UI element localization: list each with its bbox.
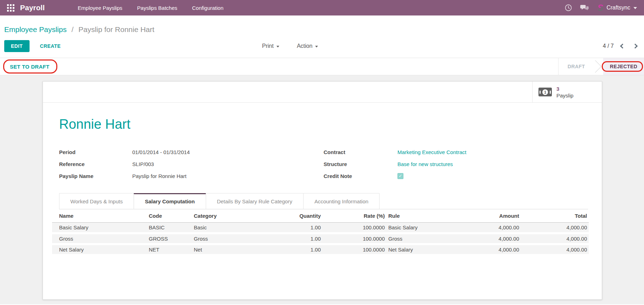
table-cell-name: Net Salary bbox=[52, 244, 147, 255]
table-cell-category: Gross bbox=[192, 233, 237, 244]
table-cell-quantity: 1.00 bbox=[237, 233, 323, 244]
table-cell-quantity: 1.00 bbox=[237, 244, 323, 255]
column-header-rule[interactable]: Rule bbox=[387, 209, 457, 222]
notebook-tabs: Worked Days & InputsSalary ComputationDe… bbox=[59, 193, 588, 209]
table-cell-total: 4,000.00 bbox=[521, 222, 589, 233]
table-cell-rule: Basic Salary bbox=[387, 222, 457, 233]
control-panel: EDIT CREATE Print Action 4 / 7 bbox=[4, 40, 637, 52]
print-label: Print bbox=[262, 43, 274, 49]
table-cell-category: Basic bbox=[192, 222, 237, 233]
clock-icon[interactable] bbox=[562, 1, 575, 14]
column-header-category[interactable]: Category bbox=[192, 209, 237, 222]
field-value-structure[interactable]: Base for new structures bbox=[397, 161, 453, 167]
column-header-amount[interactable]: Amount bbox=[457, 209, 521, 222]
table-cell-rule: Net Salary bbox=[387, 244, 457, 255]
action-dropdowns: Print Action bbox=[260, 40, 320, 52]
table-row[interactable]: Basic SalaryBASICBasic1.00100.0000Basic … bbox=[52, 222, 589, 233]
pager-previous-icon[interactable] bbox=[620, 44, 625, 49]
content-area: 1 3 Payslip Ronnie Hart Period01/01/2014… bbox=[0, 75, 644, 304]
column-header-name[interactable]: Name bbox=[52, 209, 147, 222]
checkbox-credit-note[interactable]: ✓ bbox=[397, 173, 403, 179]
app-name[interactable]: Payroll bbox=[20, 4, 45, 12]
field-row-contract: ContractMarketing Executive Contract bbox=[324, 146, 588, 158]
field-value-payslip-name: Payslip for Ronnie Hart bbox=[132, 173, 186, 179]
table-cell-total: 4,000.00 bbox=[521, 244, 589, 255]
tab-details-by-salary-rule-category[interactable]: Details By Salary Rule Category bbox=[206, 193, 304, 209]
pager: 4 / 7 bbox=[603, 43, 637, 49]
column-header-quantity[interactable]: Quantity bbox=[237, 209, 323, 222]
table-cell-amount: 4,000.00 bbox=[457, 233, 521, 244]
salary-computation-table: NameCodeCategoryQuantityRate (%)RuleAmou… bbox=[52, 209, 589, 256]
user-name: Craftsync bbox=[606, 5, 630, 11]
breadcrumb-current: Payslip for Ronnie Hart bbox=[78, 25, 154, 33]
status-state-label: REJECTED bbox=[610, 64, 637, 69]
form-sheet: 1 3 Payslip Ronnie Hart Period01/01/2014… bbox=[43, 81, 602, 300]
top-navbar: Payroll Employee PayslipsPayslips Batche… bbox=[0, 0, 644, 15]
money-icon-digit: 1 bbox=[542, 89, 548, 95]
table-cell-amount: 4,000.00 bbox=[457, 222, 521, 233]
pager-count[interactable]: 4 / 7 bbox=[603, 43, 614, 49]
breadcrumb-parent-link[interactable]: Employee Payslips bbox=[4, 25, 66, 33]
field-label-payslip-name: Payslip Name bbox=[59, 173, 132, 179]
stat-button-count: 3 bbox=[556, 85, 573, 92]
print-dropdown[interactable]: Print bbox=[260, 43, 281, 50]
money-icon: 1 bbox=[538, 88, 552, 96]
table-cell-code: NET bbox=[147, 244, 192, 255]
table-cell-quantity: 1.00 bbox=[237, 222, 323, 233]
company-logo-icon: S bbox=[598, 3, 604, 12]
chat-icon[interactable] bbox=[578, 1, 591, 14]
nav-menu-item-payslips-batches[interactable]: Payslips Batches bbox=[132, 3, 182, 13]
status-state-label: DRAFT bbox=[568, 64, 585, 69]
field-group-right: ContractMarketing Executive ContractStru… bbox=[324, 146, 588, 182]
field-row-reference: ReferenceSLIP/003 bbox=[59, 158, 324, 170]
create-button[interactable]: CREATE bbox=[38, 43, 63, 49]
table-cell-category: Net bbox=[192, 244, 237, 255]
pager-next-icon[interactable] bbox=[633, 44, 638, 49]
action-label: Action bbox=[297, 43, 312, 49]
set-to-draft-wrap: SET TO DRAFT bbox=[4, 58, 55, 75]
edit-button[interactable]: EDIT bbox=[4, 40, 30, 52]
field-value-contract[interactable]: Marketing Executive Contract bbox=[397, 149, 466, 155]
set-to-draft-button[interactable]: SET TO DRAFT bbox=[4, 61, 55, 72]
tab-accounting-information[interactable]: Accounting Information bbox=[303, 193, 380, 209]
table-cell-rate: 100.0000 bbox=[323, 222, 387, 233]
field-row-credit-note: Credit Note✓ bbox=[324, 170, 588, 182]
status-state-draft[interactable]: DRAFT bbox=[559, 58, 594, 75]
table-cell-rule: Gross bbox=[387, 233, 457, 244]
field-label-reference: Reference bbox=[59, 161, 132, 167]
table-cell-code: GROSS bbox=[147, 233, 192, 244]
nav-menu-item-configuration[interactable]: Configuration bbox=[187, 3, 228, 13]
table-row[interactable]: GrossGROSSGross1.00100.0000Gross4,000.00… bbox=[52, 233, 589, 244]
record-title: Ronnie Hart bbox=[59, 117, 588, 132]
table-cell-total: 4,000.00 bbox=[521, 233, 589, 244]
user-menu[interactable]: S Craftsync bbox=[598, 3, 637, 12]
field-value-period: 01/01/2014 - 01/31/2014 bbox=[132, 149, 190, 155]
table-cell-rate: 100.0000 bbox=[323, 233, 387, 244]
action-dropdown[interactable]: Action bbox=[295, 43, 320, 50]
chevron-down-icon bbox=[276, 46, 279, 47]
table-cell-code: BASIC bbox=[147, 222, 192, 233]
nav-menu-item-employee-payslips[interactable]: Employee Payslips bbox=[73, 3, 127, 13]
field-group-left: Period01/01/2014 - 01/31/2014ReferenceSL… bbox=[59, 146, 324, 182]
payslip-stat-button[interactable]: 1 3 Payslip bbox=[532, 82, 602, 102]
table-row[interactable]: Net SalaryNETNet1.00100.0000Net Salary4,… bbox=[52, 244, 589, 255]
field-row-payslip-name: Payslip NamePayslip for Ronnie Hart bbox=[59, 170, 324, 182]
apps-grid-icon[interactable] bbox=[7, 4, 14, 12]
chevron-down-icon bbox=[315, 46, 318, 47]
column-header-rate[interactable]: Rate (%) bbox=[323, 209, 387, 222]
column-header-total[interactable]: Total bbox=[521, 209, 589, 222]
table-cell-name: Gross bbox=[52, 233, 147, 244]
field-label-period: Period bbox=[59, 149, 132, 155]
field-value-reference: SLIP/003 bbox=[132, 161, 154, 167]
column-header-code[interactable]: Code bbox=[147, 209, 192, 222]
field-label-structure: Structure bbox=[324, 161, 397, 167]
breadcrumb-separator: / bbox=[71, 25, 74, 33]
table-cell-amount: 4,000.00 bbox=[457, 244, 521, 255]
table-header-row: NameCodeCategoryQuantityRate (%)RuleAmou… bbox=[52, 209, 589, 222]
tab-salary-computation[interactable]: Salary Computation bbox=[134, 193, 206, 209]
status-state-rejected[interactable]: REJECTED bbox=[603, 58, 644, 75]
field-row-period: Period01/01/2014 - 01/31/2014 bbox=[59, 146, 324, 158]
field-row-structure: StructureBase for new structures bbox=[324, 158, 588, 170]
tab-worked-days-inputs[interactable]: Worked Days & Inputs bbox=[59, 193, 134, 209]
navbar-right: S Craftsync bbox=[562, 1, 637, 14]
